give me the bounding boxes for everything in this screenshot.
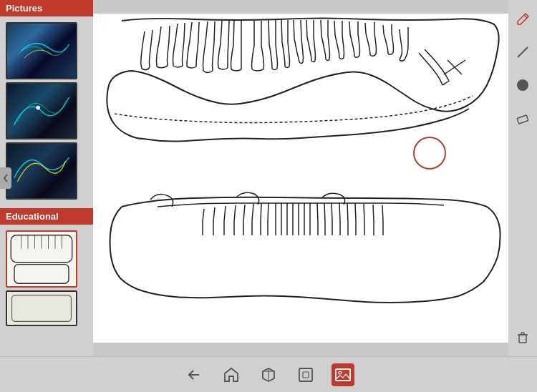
svg-rect-14: [517, 115, 528, 124]
bottom-toolbar: [0, 356, 537, 392]
line-tool-button[interactable]: [512, 41, 533, 63]
svg-rect-23: [299, 368, 312, 381]
circle-tool-button[interactable]: [512, 74, 533, 96]
right-toolbar: [508, 0, 537, 356]
educational-section-label: Educational: [0, 208, 93, 225]
pictures-section-label: Pictures: [0, 0, 93, 16]
image-button[interactable]: [332, 363, 354, 386]
delete-tool-button[interactable]: [512, 326, 533, 348]
edu-thumbnail-1[interactable]: [6, 230, 77, 288]
svg-rect-25: [336, 369, 350, 381]
svg-rect-10: [12, 295, 72, 322]
main-area: Pictures: [0, 0, 537, 356]
picture-thumbnail-1[interactable]: [6, 22, 77, 79]
picture-thumbnail-2[interactable]: [6, 82, 77, 139]
expand-button[interactable]: [294, 363, 317, 386]
picture-thumbnail-3[interactable]: [6, 142, 77, 200]
edu-thumbnail-2[interactable]: [6, 290, 77, 326]
svg-point-11: [414, 137, 445, 169]
pen-tool-button[interactable]: [512, 9, 533, 30]
svg-rect-15: [519, 335, 526, 343]
back-button[interactable]: [183, 363, 205, 386]
canvas-area[interactable]: [93, 0, 508, 356]
svg-rect-2: [14, 265, 69, 284]
svg-line-13: [518, 47, 528, 57]
sidebar-collapse-arrow[interactable]: [0, 167, 11, 189]
home-button[interactable]: [220, 363, 243, 386]
svg-point-26: [339, 371, 342, 374]
educational-thumbnails: [0, 227, 93, 329]
eraser-tool-button[interactable]: [512, 107, 533, 129]
svg-point-0: [36, 106, 40, 110]
pictures-thumbnails: [0, 19, 93, 202]
sidebar: Pictures: [0, 0, 93, 356]
3d-view-button[interactable]: [257, 363, 280, 386]
svg-rect-24: [303, 372, 309, 378]
svg-line-12: [524, 15, 527, 18]
drawing-canvas: [93, 14, 508, 343]
